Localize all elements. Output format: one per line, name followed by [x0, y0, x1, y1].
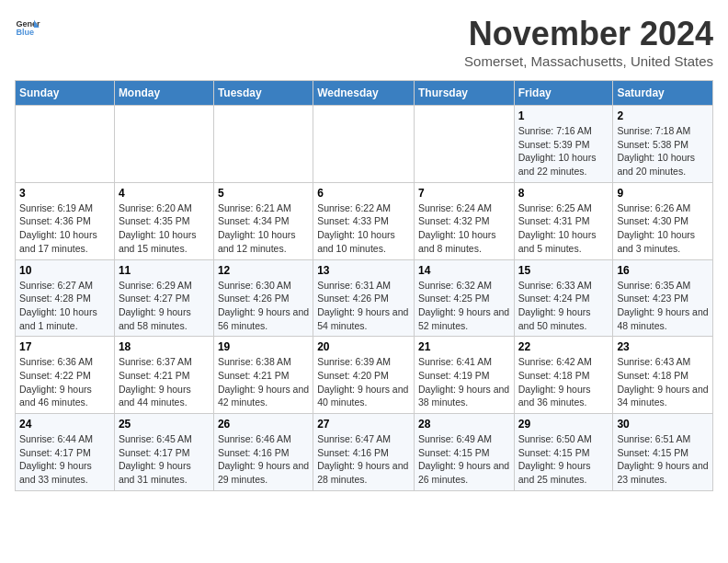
calendar-week-row: 1Sunrise: 7:16 AM Sunset: 5:39 PM Daylig… — [16, 106, 713, 183]
day-number: 1 — [518, 109, 609, 122]
day-number: 11 — [119, 264, 210, 277]
table-row: 27Sunrise: 6:47 AM Sunset: 4:16 PM Dayli… — [313, 414, 415, 491]
header-sunday: Sunday — [16, 81, 115, 106]
day-number: 8 — [518, 187, 609, 200]
table-row — [114, 106, 213, 183]
day-info: Sunrise: 6:35 AM Sunset: 4:23 PM Dayligh… — [617, 279, 709, 333]
day-info: Sunrise: 6:47 AM Sunset: 4:16 PM Dayligh… — [317, 432, 410, 487]
day-info: Sunrise: 7:18 AM Sunset: 5:38 PM Dayligh… — [617, 124, 709, 178]
table-row: 1Sunrise: 7:16 AM Sunset: 5:39 PM Daylig… — [514, 106, 613, 183]
day-info: Sunrise: 6:49 AM Sunset: 4:15 PM Dayligh… — [418, 432, 510, 487]
day-number: 22 — [518, 340, 609, 353]
table-row: 15Sunrise: 6:33 AM Sunset: 4:24 PM Dayli… — [514, 259, 613, 337]
month-title: November 2024 — [464, 15, 713, 53]
header-tuesday: Tuesday — [213, 81, 313, 106]
svg-text:Blue: Blue — [16, 28, 34, 37]
day-info: Sunrise: 6:26 AM Sunset: 4:30 PM Dayligh… — [617, 201, 709, 256]
day-info: Sunrise: 6:22 AM Sunset: 4:33 PM Dayligh… — [317, 201, 410, 256]
day-number: 3 — [19, 187, 110, 200]
day-number: 6 — [317, 187, 410, 200]
day-number: 17 — [19, 340, 110, 353]
table-row: 13Sunrise: 6:31 AM Sunset: 4:26 PM Dayli… — [313, 259, 415, 337]
day-number: 20 — [317, 340, 410, 353]
table-row: 18Sunrise: 6:37 AM Sunset: 4:21 PM Dayli… — [114, 337, 213, 414]
calendar-week-row: 3Sunrise: 6:19 AM Sunset: 4:36 PM Daylig… — [16, 182, 713, 259]
day-number: 14 — [418, 264, 510, 277]
calendar-week-row: 17Sunrise: 6:36 AM Sunset: 4:22 PM Dayli… — [16, 337, 713, 414]
page-header: General Blue November 2024 Somerset, Mas… — [15, 15, 713, 69]
day-number: 27 — [317, 418, 410, 431]
table-row: 21Sunrise: 6:41 AM Sunset: 4:19 PM Dayli… — [414, 337, 514, 414]
day-info: Sunrise: 6:38 AM Sunset: 4:21 PM Dayligh… — [218, 355, 309, 409]
day-number: 9 — [617, 187, 709, 200]
day-number: 21 — [418, 340, 510, 353]
day-info: Sunrise: 6:50 AM Sunset: 4:15 PM Dayligh… — [518, 432, 609, 487]
day-info: Sunrise: 6:51 AM Sunset: 4:15 PM Dayligh… — [617, 432, 709, 487]
table-row: 30Sunrise: 6:51 AM Sunset: 4:15 PM Dayli… — [613, 414, 713, 491]
day-number: 13 — [317, 264, 410, 277]
table-row — [313, 106, 415, 183]
table-row: 22Sunrise: 6:42 AM Sunset: 4:18 PM Dayli… — [514, 337, 613, 414]
table-row: 16Sunrise: 6:35 AM Sunset: 4:23 PM Dayli… — [613, 259, 713, 337]
table-row: 2Sunrise: 7:18 AM Sunset: 5:38 PM Daylig… — [613, 106, 713, 183]
table-row: 11Sunrise: 6:29 AM Sunset: 4:27 PM Dayli… — [114, 259, 213, 337]
day-info: Sunrise: 6:44 AM Sunset: 4:17 PM Dayligh… — [19, 432, 110, 487]
calendar-week-row: 10Sunrise: 6:27 AM Sunset: 4:28 PM Dayli… — [16, 259, 713, 337]
day-info: Sunrise: 6:30 AM Sunset: 4:26 PM Dayligh… — [218, 279, 309, 333]
table-row — [213, 106, 313, 183]
day-number: 26 — [218, 418, 309, 431]
day-info: Sunrise: 6:25 AM Sunset: 4:31 PM Dayligh… — [518, 201, 609, 256]
day-info: Sunrise: 6:33 AM Sunset: 4:24 PM Dayligh… — [518, 279, 609, 333]
table-row: 29Sunrise: 6:50 AM Sunset: 4:15 PM Dayli… — [514, 414, 613, 491]
calendar-header-row: Sunday Monday Tuesday Wednesday Thursday… — [16, 81, 713, 106]
day-info: Sunrise: 6:32 AM Sunset: 4:25 PM Dayligh… — [418, 279, 510, 333]
table-row — [16, 106, 115, 183]
table-row: 14Sunrise: 6:32 AM Sunset: 4:25 PM Dayli… — [414, 259, 514, 337]
table-row: 19Sunrise: 6:38 AM Sunset: 4:21 PM Dayli… — [213, 337, 313, 414]
day-info: Sunrise: 6:31 AM Sunset: 4:26 PM Dayligh… — [317, 279, 410, 333]
logo-icon: General Blue — [15, 15, 40, 40]
day-number: 10 — [19, 264, 110, 277]
table-row: 25Sunrise: 6:45 AM Sunset: 4:17 PM Dayli… — [114, 414, 213, 491]
day-number: 4 — [119, 187, 210, 200]
day-number: 18 — [119, 340, 210, 353]
day-info: Sunrise: 6:19 AM Sunset: 4:36 PM Dayligh… — [19, 201, 110, 256]
day-info: Sunrise: 6:24 AM Sunset: 4:32 PM Dayligh… — [418, 201, 510, 256]
table-row: 24Sunrise: 6:44 AM Sunset: 4:17 PM Dayli… — [16, 414, 115, 491]
day-number: 15 — [518, 264, 609, 277]
day-number: 28 — [418, 418, 510, 431]
table-row: 28Sunrise: 6:49 AM Sunset: 4:15 PM Dayli… — [414, 414, 514, 491]
day-number: 5 — [218, 187, 309, 200]
day-number: 30 — [617, 418, 709, 431]
day-number: 23 — [617, 340, 709, 353]
table-row: 12Sunrise: 6:30 AM Sunset: 4:26 PM Dayli… — [213, 259, 313, 337]
day-info: Sunrise: 6:46 AM Sunset: 4:16 PM Dayligh… — [218, 432, 309, 487]
logo: General Blue — [15, 15, 40, 40]
day-info: Sunrise: 6:36 AM Sunset: 4:22 PM Dayligh… — [19, 355, 110, 409]
table-row: 20Sunrise: 6:39 AM Sunset: 4:20 PM Dayli… — [313, 337, 415, 414]
day-info: Sunrise: 6:39 AM Sunset: 4:20 PM Dayligh… — [317, 355, 410, 409]
title-section: November 2024 Somerset, Massachusetts, U… — [464, 15, 713, 69]
header-friday: Friday — [514, 81, 613, 106]
table-row: 8Sunrise: 6:25 AM Sunset: 4:31 PM Daylig… — [514, 182, 613, 259]
table-row: 4Sunrise: 6:20 AM Sunset: 4:35 PM Daylig… — [114, 182, 213, 259]
table-row: 17Sunrise: 6:36 AM Sunset: 4:22 PM Dayli… — [16, 337, 115, 414]
day-number: 16 — [617, 264, 709, 277]
day-info: Sunrise: 6:27 AM Sunset: 4:28 PM Dayligh… — [19, 279, 110, 333]
header-saturday: Saturday — [613, 81, 713, 106]
day-number: 2 — [617, 109, 709, 122]
table-row: 26Sunrise: 6:46 AM Sunset: 4:16 PM Dayli… — [213, 414, 313, 491]
day-number: 19 — [218, 340, 309, 353]
day-number: 24 — [19, 418, 110, 431]
day-info: Sunrise: 6:20 AM Sunset: 4:35 PM Dayligh… — [119, 201, 210, 256]
day-info: Sunrise: 6:43 AM Sunset: 4:18 PM Dayligh… — [617, 355, 709, 409]
header-monday: Monday — [114, 81, 213, 106]
day-info: Sunrise: 6:41 AM Sunset: 4:19 PM Dayligh… — [418, 355, 510, 409]
day-number: 25 — [119, 418, 210, 431]
table-row: 5Sunrise: 6:21 AM Sunset: 4:34 PM Daylig… — [213, 182, 313, 259]
location-subtitle: Somerset, Massachusetts, United States — [464, 53, 713, 69]
table-row — [414, 106, 514, 183]
day-info: Sunrise: 6:21 AM Sunset: 4:34 PM Dayligh… — [218, 201, 309, 256]
table-row: 23Sunrise: 6:43 AM Sunset: 4:18 PM Dayli… — [613, 337, 713, 414]
day-number: 7 — [418, 187, 510, 200]
